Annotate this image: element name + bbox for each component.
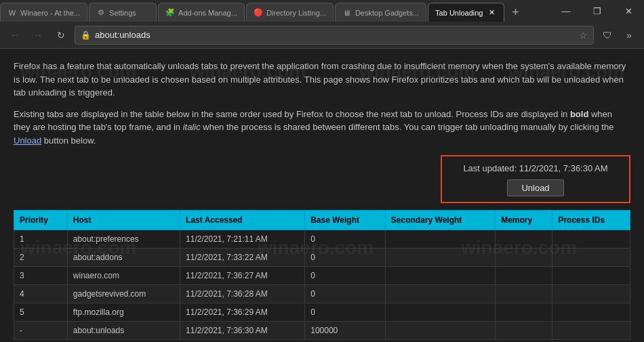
- table-cell-2-1: winaero.com: [67, 266, 180, 284]
- tab-label-winaero: Winaero - At the...: [20, 9, 80, 17]
- table-cell-1-1: about:addons: [67, 248, 180, 266]
- table-cell-4-0: 5: [14, 303, 68, 321]
- reload-button[interactable]: ↻: [52, 26, 71, 45]
- description-para2: Existing tabs are displayed in the table…: [14, 108, 630, 148]
- table-row: 4gadgetsrevived.com11/2/2021, 7:36:28 AM…: [14, 284, 630, 303]
- table-cell-3-1: gadgetsrevived.com: [67, 284, 180, 303]
- tab-favicon-settings: ⚙: [96, 8, 106, 18]
- table-row: 5ftp.mozilla.org11/2/2021, 7:36:29 AM0: [14, 303, 630, 321]
- table-row: 2about:addons11/2/2021, 7:33:22 AM0: [14, 248, 630, 266]
- col-last-accessed: Last Accessed: [180, 210, 305, 230]
- para2-before: Existing tabs are displayed in the table…: [14, 109, 570, 119]
- tab-settings[interactable]: ⚙ Settings: [89, 3, 157, 22]
- tab-unload-table: Priority Host Last Accessed Base Weight …: [14, 210, 630, 340]
- table-cell-1-4: [385, 248, 495, 266]
- more-button[interactable]: »: [620, 26, 639, 45]
- back-button[interactable]: ←: [5, 26, 24, 45]
- table-cell-4-5: [496, 303, 552, 321]
- col-host: Host: [67, 210, 180, 230]
- tab-label-tabunload: Tab Unloading: [435, 9, 483, 17]
- tab-label-addons: Add-ons Manag...: [178, 9, 237, 17]
- table-cell-2-6: [552, 266, 630, 284]
- table-cell-5-0: -: [14, 321, 68, 339]
- table-cell-1-6: [552, 248, 630, 266]
- tab-label-settings: Settings: [109, 9, 149, 17]
- col-memory: Memory: [496, 210, 552, 230]
- table-cell-5-1: about:unloads: [67, 321, 180, 339]
- tab-directory[interactable]: 🔴 Directory Listing...: [246, 3, 334, 22]
- address-text: about:unloads: [95, 30, 575, 40]
- table-cell-1-2: 11/2/2021, 7:33:22 AM: [180, 248, 305, 266]
- restore-button[interactable]: ❐: [582, 0, 613, 22]
- table-cell-2-2: 11/2/2021, 7:36:27 AM: [180, 266, 305, 284]
- titlebar: W Winaero - At the... ⚙ Settings 🧩 Add-o…: [0, 0, 644, 22]
- table-cell-3-2: 11/2/2021, 7:36:28 AM: [180, 284, 305, 303]
- col-base-weight: Base Weight: [305, 210, 386, 230]
- table-cell-1-0: 2: [14, 248, 68, 266]
- minimize-button[interactable]: —: [550, 0, 582, 22]
- last-updated-text: Last updated: 11/2/2021, 7:36:30 AM: [463, 162, 607, 175]
- tab-close-tabunload[interactable]: ✕: [486, 7, 497, 18]
- unload-button[interactable]: Unload: [507, 179, 563, 196]
- table-row: 1about:preferences11/2/2021, 7:21:11 AM0: [14, 230, 630, 248]
- table-cell-4-6: [552, 303, 630, 321]
- table-cell-4-4: [385, 303, 495, 321]
- table-body: 1about:preferences11/2/2021, 7:21:11 AM0…: [14, 230, 630, 339]
- content-area: Firefox has a feature that automatically…: [0, 49, 644, 342]
- table-cell-5-3: 100000: [305, 321, 386, 339]
- update-section: Last updated: 11/2/2021, 7:36:30 AM Unlo…: [14, 155, 630, 203]
- table-cell-2-0: 3: [14, 266, 68, 284]
- tab-tabunload[interactable]: Tab Unloading ✕: [428, 3, 504, 22]
- table-cell-0-6: [552, 230, 630, 248]
- tab-favicon-winaero: W: [7, 8, 17, 18]
- tab-addons[interactable]: 🧩 Add-ons Manag...: [158, 3, 245, 22]
- para2-after: when the process is shared between diffe…: [201, 122, 614, 132]
- table-row: 3winaero.com11/2/2021, 7:36:27 AM0: [14, 266, 630, 284]
- para2-bold: bold: [570, 109, 588, 119]
- table-cell-5-4: [385, 321, 495, 339]
- table-cell-1-3: 0: [305, 248, 386, 266]
- table-cell-3-4: [385, 284, 495, 303]
- col-secondary-weight: Secondary Weight: [385, 210, 495, 230]
- tab-winaero[interactable]: W Winaero - At the...: [0, 3, 87, 22]
- para2-end: button below.: [41, 135, 96, 146]
- col-process-ids: Process IDs: [552, 210, 630, 230]
- tab-label-directory: Directory Listing...: [266, 9, 326, 17]
- table-cell-5-5: [496, 321, 552, 339]
- address-bar[interactable]: 🔒 about:unloads ☆: [75, 26, 594, 45]
- close-button[interactable]: ✕: [613, 0, 644, 22]
- toolbar-right: 🛡 »: [598, 26, 639, 45]
- tab-gadgets[interactable]: 🖥 Desktop Gadgets...: [335, 3, 426, 22]
- tab-favicon-directory: 🔴: [254, 8, 263, 18]
- table-cell-1-5: [496, 248, 552, 266]
- tab-label-gadgets: Desktop Gadgets...: [355, 9, 419, 17]
- bookmark-star-icon[interactable]: ☆: [579, 30, 588, 41]
- window-controls: — ❐ ✕: [550, 0, 644, 22]
- para2-italic: italic: [183, 122, 201, 132]
- unload-link[interactable]: Unload: [14, 135, 41, 146]
- table-cell-5-6: [552, 321, 630, 339]
- table-cell-0-2: 11/2/2021, 7:21:11 AM: [180, 230, 305, 248]
- description-para1: Firefox has a feature that automatically…: [14, 60, 630, 100]
- table-cell-4-2: 11/2/2021, 7:36:29 AM: [180, 303, 305, 321]
- table-cell-0-0: 1: [14, 230, 68, 248]
- tabs-container: W Winaero - At the... ⚙ Settings 🧩 Add-o…: [0, 0, 550, 22]
- toolbar: ← → ↻ 🔒 about:unloads ☆ 🛡 »: [0, 22, 644, 49]
- table-cell-3-5: [496, 284, 552, 303]
- table-cell-0-4: [385, 230, 495, 248]
- table-cell-4-1: ftp.mozilla.org: [67, 303, 180, 321]
- table-cell-0-1: about:preferences: [67, 230, 180, 248]
- table-row: -about:unloads11/2/2021, 7:36:30 AM10000…: [14, 321, 630, 339]
- table-cell-4-3: 0: [305, 303, 386, 321]
- table-cell-0-3: 0: [305, 230, 386, 248]
- col-priority: Priority: [14, 210, 68, 230]
- table-cell-2-3: 0: [305, 266, 386, 284]
- table-cell-0-5: [496, 230, 552, 248]
- tab-favicon-gadgets: 🖥: [342, 8, 352, 18]
- shield-button[interactable]: 🛡: [598, 26, 617, 45]
- new-tab-button[interactable]: +: [506, 3, 525, 22]
- table-cell-3-6: [552, 284, 630, 303]
- update-box: Last updated: 11/2/2021, 7:36:30 AM Unlo…: [441, 155, 630, 203]
- forward-button[interactable]: →: [28, 26, 47, 45]
- table-cell-3-0: 4: [14, 284, 68, 303]
